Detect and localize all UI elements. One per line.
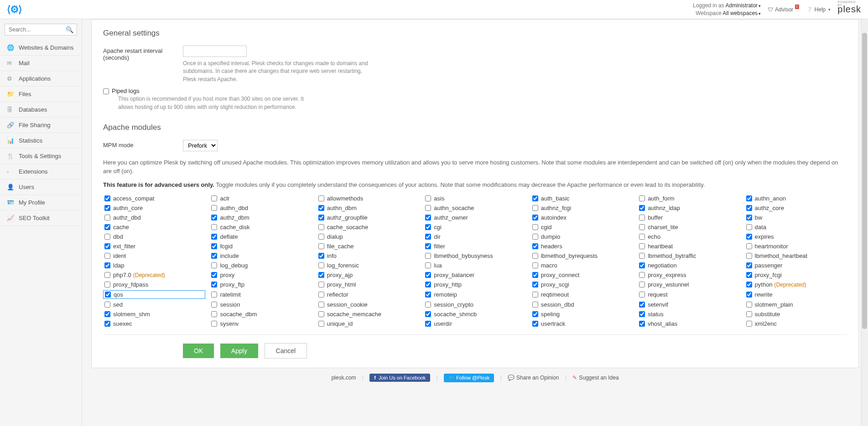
module-checkbox-negotiation[interactable] (639, 262, 645, 268)
module-authn_dbm[interactable]: authn_dbm (317, 204, 419, 212)
module-checkbox-lbmethod_bytraffic[interactable] (639, 253, 645, 259)
module-php7.0[interactable]: php7.0(Deprecated) (103, 271, 205, 279)
module-authz_core[interactable]: authz_core (745, 204, 847, 212)
module-checkbox-proxy_html[interactable] (318, 282, 324, 287)
apply-button[interactable]: Apply (220, 344, 258, 358)
module-python[interactable]: python(Deprecated) (745, 281, 847, 288)
sidebar-item-filesharing[interactable]: 🔗File Sharing (0, 118, 82, 133)
module-proxy_ftp[interactable]: proxy_ftp (210, 281, 312, 288)
module-checkbox-socache_dbm[interactable] (211, 311, 217, 317)
module-reflector[interactable]: reflector (317, 290, 419, 299)
module-proxy_balancer[interactable]: proxy_balancer (424, 271, 526, 279)
module-allowmethods[interactable]: allowmethods (317, 195, 419, 202)
module-checkbox-authz_groupfile[interactable] (318, 215, 324, 221)
module-checkbox-heartbeat[interactable] (639, 243, 645, 249)
module-lbmethod_byrequests[interactable]: lbmethod_byrequests (531, 252, 633, 260)
module-checkbox-expires[interactable] (746, 234, 752, 240)
module-suexec[interactable]: suexec (103, 320, 205, 328)
module-macro[interactable]: macro (531, 262, 633, 269)
module-checkbox-vhost_alias[interactable] (639, 321, 645, 327)
module-xml2enc[interactable]: xml2enc (745, 320, 847, 328)
twitter-button[interactable]: 🐦 Follow @Plesk (444, 374, 494, 382)
module-checkbox-asis[interactable] (425, 195, 431, 201)
share-opinion-link[interactable]: 💬Share an Opinion (508, 375, 559, 381)
module-checkbox-buffer[interactable] (639, 215, 645, 221)
module-cache_disk[interactable]: cache_disk (210, 223, 312, 231)
module-speling[interactable]: speling (531, 310, 633, 318)
module-checkbox-authn_dbm[interactable] (318, 205, 324, 211)
module-checkbox-suexec[interactable] (104, 321, 110, 327)
module-reqtimeout[interactable]: reqtimeout (531, 290, 633, 299)
cancel-button[interactable]: Cancel (265, 343, 307, 359)
plesk-logo-icon[interactable]: ⟨⚙⟩ (7, 4, 21, 15)
module-checkbox-allowmethods[interactable] (318, 195, 324, 201)
module-remoteip[interactable]: remoteip (424, 290, 526, 299)
module-socache_shmcb[interactable]: socache_shmcb (424, 310, 526, 318)
module-checkbox-cache_socache[interactable] (318, 224, 324, 230)
module-authn_dbd[interactable]: authn_dbd (210, 204, 312, 212)
help-menu[interactable]: ❔ Help ▾ (806, 6, 831, 13)
module-authz_owner[interactable]: authz_owner (424, 214, 526, 221)
module-info[interactable]: info (317, 252, 419, 260)
module-checkbox-session_crypto[interactable] (425, 302, 431, 308)
sidebar-item-users[interactable]: 👤Users (0, 180, 82, 195)
module-log_debug[interactable]: log_debug (210, 262, 312, 269)
module-checkbox-auth_basic[interactable] (532, 195, 538, 201)
module-socache_memcache[interactable]: socache_memcache (317, 310, 419, 318)
module-checkbox-authz_dbd[interactable] (104, 215, 110, 221)
ok-button[interactable]: OK (183, 344, 214, 358)
module-checkbox-proxy_ftp[interactable] (211, 282, 217, 287)
module-authz_dbm[interactable]: authz_dbm (210, 214, 312, 221)
module-cache_socache[interactable]: cache_socache (317, 223, 419, 231)
module-checkbox-reflector[interactable] (318, 292, 324, 298)
module-checkbox-access_compat[interactable] (104, 195, 110, 201)
module-checkbox-dialup[interactable] (318, 234, 324, 240)
module-checkbox-authn_core[interactable] (104, 205, 110, 211)
module-socache_dbm[interactable]: socache_dbm (210, 310, 312, 318)
module-include[interactable]: include (210, 252, 312, 260)
module-slotmem_shm[interactable]: slotmem_shm (103, 310, 205, 318)
module-setenvif[interactable]: setenvif (638, 301, 740, 308)
module-checkbox-lua[interactable] (425, 262, 431, 268)
sidebar-item-profile[interactable]: 🪪My Profile (0, 195, 82, 210)
module-checkbox-authn_anon[interactable] (746, 195, 752, 201)
module-checkbox-ident[interactable] (104, 253, 110, 259)
scrollbar-thumb[interactable] (862, 33, 867, 329)
module-checkbox-aclr[interactable] (211, 195, 217, 201)
module-checkbox-qos[interactable] (105, 292, 111, 298)
module-session_crypto[interactable]: session_crypto (424, 301, 526, 308)
module-lbmethod_bybusyness[interactable]: lbmethod_bybusyness (424, 252, 526, 260)
advisor-link[interactable]: 🛡 Advisor ! (768, 6, 799, 13)
module-auth_form[interactable]: auth_form (638, 195, 740, 202)
sidebar-item-seo[interactable]: 📈SEO Toolkit (0, 210, 82, 226)
mpm-mode-select[interactable]: Prefork (183, 140, 218, 151)
sidebar-item-statistics[interactable]: 📊Statistics (0, 133, 82, 149)
module-vhost_alias[interactable]: vhost_alias (638, 320, 740, 328)
module-checkbox-deflate[interactable] (211, 234, 217, 240)
module-autoindex[interactable]: autoindex (531, 214, 633, 221)
module-checkbox-proxy_http[interactable] (425, 282, 431, 287)
module-lbmethod_bytraffic[interactable]: lbmethod_bytraffic (638, 252, 740, 260)
module-ext_filter[interactable]: ext_filter (103, 242, 205, 250)
module-proxy_connect[interactable]: proxy_connect (531, 271, 633, 279)
module-checkbox-proxy_balancer[interactable] (425, 272, 431, 278)
module-session_cookie[interactable]: session_cookie (317, 301, 419, 308)
module-substitute[interactable]: substitute (745, 310, 847, 318)
module-file_cache[interactable]: file_cache (317, 242, 419, 250)
piped-logs-checkbox[interactable] (103, 88, 109, 94)
sidebar-item-websites[interactable]: 🌐Websites & Domains (0, 40, 82, 56)
footer-site-link[interactable]: plesk.com (331, 375, 356, 381)
module-proxy_express[interactable]: proxy_express (638, 271, 740, 279)
module-checkbox-python[interactable] (746, 282, 752, 287)
module-passenger[interactable]: passenger (745, 262, 847, 269)
module-checkbox-reqtimeout[interactable] (532, 292, 538, 298)
module-checkbox-log_debug[interactable] (211, 262, 217, 268)
module-checkbox-log_forensic[interactable] (318, 262, 324, 268)
module-lbmethod_heartbeat[interactable]: lbmethod_heartbeat (745, 252, 847, 260)
module-checkbox-usertrack[interactable] (532, 321, 538, 327)
module-proxy_fdpass[interactable]: proxy_fdpass (103, 281, 205, 288)
module-asis[interactable]: asis (424, 195, 526, 202)
module-checkbox-dbd[interactable] (104, 234, 110, 240)
module-checkbox-authz_core[interactable] (746, 205, 752, 211)
module-checkbox-ldap[interactable] (104, 262, 110, 268)
